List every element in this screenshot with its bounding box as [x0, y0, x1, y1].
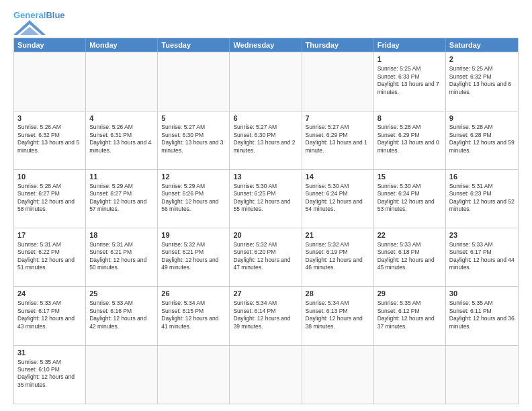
cal-day-23: 23Sunrise: 5:33 AM Sunset: 6:17 PM Dayli… [446, 228, 518, 286]
day-info: Sunrise: 5:28 AM Sunset: 6:27 PM Dayligh… [17, 183, 75, 212]
cal-day-empty [158, 346, 230, 404]
cal-day-4: 4Sunrise: 5:26 AM Sunset: 6:31 PM Daylig… [86, 111, 158, 169]
cal-day-2: 2Sunrise: 5:25 AM Sunset: 6:32 PM Daylig… [446, 52, 518, 110]
day-info: Sunrise: 5:35 AM Sunset: 6:10 PM Dayligh… [17, 359, 75, 388]
day-number: 25 [89, 289, 154, 299]
cal-day-11: 11Sunrise: 5:29 AM Sunset: 6:27 PM Dayli… [86, 170, 158, 228]
day-number: 6 [233, 113, 298, 124]
day-number: 18 [89, 230, 154, 240]
day-number: 23 [449, 230, 515, 240]
day-number: 9 [449, 113, 515, 124]
logo-text: GeneralBlue [13, 11, 65, 20]
header-cell-monday: Monday [86, 38, 158, 52]
day-number: 10 [17, 172, 82, 182]
header-cell-wednesday: Wednesday [230, 38, 302, 52]
day-number: 20 [233, 230, 298, 240]
day-number: 3 [17, 113, 82, 124]
day-info: Sunrise: 5:30 AM Sunset: 6:24 PM Dayligh… [306, 183, 363, 212]
cal-day-3: 3Sunrise: 5:26 AM Sunset: 6:32 PM Daylig… [14, 111, 86, 169]
calendar-header-row: SundayMondayTuesdayWednesdayThursdayFrid… [14, 38, 518, 52]
day-number: 7 [306, 113, 370, 124]
day-number: 11 [89, 172, 154, 182]
cal-day-19: 19Sunrise: 5:32 AM Sunset: 6:21 PM Dayli… [158, 228, 230, 286]
cal-day-12: 12Sunrise: 5:29 AM Sunset: 6:26 PM Dayli… [158, 170, 230, 228]
cal-day-empty [230, 346, 302, 404]
cal-day-15: 15Sunrise: 5:30 AM Sunset: 6:24 PM Dayli… [374, 170, 446, 228]
day-number: 16 [449, 172, 515, 182]
cal-day-empty [230, 52, 302, 110]
day-info: Sunrise: 5:32 AM Sunset: 6:19 PM Dayligh… [306, 241, 363, 271]
day-info: Sunrise: 5:29 AM Sunset: 6:26 PM Dayligh… [161, 183, 218, 212]
cal-day-empty [158, 52, 230, 110]
day-info: Sunrise: 5:35 AM Sunset: 6:12 PM Dayligh… [378, 300, 435, 329]
calendar-row-5: 24Sunrise: 5:33 AM Sunset: 6:17 PM Dayli… [14, 286, 518, 345]
cal-day-7: 7Sunrise: 5:27 AM Sunset: 6:29 PM Daylig… [302, 111, 374, 169]
day-info: Sunrise: 5:30 AM Sunset: 6:24 PM Dayligh… [378, 183, 435, 212]
cal-day-26: 26Sunrise: 5:34 AM Sunset: 6:15 PM Dayli… [158, 287, 230, 345]
page: GeneralBlue SundayMondayTuesdayWednesday… [0, 0, 532, 411]
cal-day-18: 18Sunrise: 5:31 AM Sunset: 6:21 PM Dayli… [86, 228, 158, 286]
cal-day-29: 29Sunrise: 5:35 AM Sunset: 6:12 PM Dayli… [374, 287, 446, 345]
cal-day-27: 27Sunrise: 5:34 AM Sunset: 6:14 PM Dayli… [230, 287, 302, 345]
day-info: Sunrise: 5:31 AM Sunset: 6:23 PM Dayligh… [449, 183, 515, 212]
day-info: Sunrise: 5:33 AM Sunset: 6:17 PM Dayligh… [449, 241, 515, 271]
cal-day-24: 24Sunrise: 5:33 AM Sunset: 6:17 PM Dayli… [14, 287, 86, 345]
day-number: 27 [233, 289, 298, 299]
day-number: 14 [306, 172, 370, 182]
day-info: Sunrise: 5:28 AM Sunset: 6:28 PM Dayligh… [449, 124, 515, 153]
cal-day-empty [302, 346, 374, 404]
day-info: Sunrise: 5:32 AM Sunset: 6:21 PM Dayligh… [161, 241, 218, 271]
cal-day-9: 9Sunrise: 5:28 AM Sunset: 6:28 PM Daylig… [446, 111, 518, 169]
day-info: Sunrise: 5:35 AM Sunset: 6:11 PM Dayligh… [449, 300, 515, 329]
cal-day-empty [14, 52, 86, 110]
day-info: Sunrise: 5:30 AM Sunset: 6:25 PM Dayligh… [233, 183, 290, 212]
day-number: 21 [306, 230, 370, 240]
cal-day-empty [374, 346, 446, 404]
day-number: 22 [378, 230, 442, 240]
day-info: Sunrise: 5:29 AM Sunset: 6:27 PM Dayligh… [89, 183, 146, 212]
cal-day-1: 1Sunrise: 5:25 AM Sunset: 6:33 PM Daylig… [374, 52, 446, 110]
day-info: Sunrise: 5:31 AM Sunset: 6:21 PM Dayligh… [89, 241, 146, 271]
cal-day-22: 22Sunrise: 5:33 AM Sunset: 6:18 PM Dayli… [374, 228, 446, 286]
cal-day-5: 5Sunrise: 5:27 AM Sunset: 6:30 PM Daylig… [158, 111, 230, 169]
calendar-body: 1Sunrise: 5:25 AM Sunset: 6:33 PM Daylig… [14, 52, 518, 404]
day-info: Sunrise: 5:27 AM Sunset: 6:30 PM Dayligh… [233, 124, 295, 153]
cal-day-8: 8Sunrise: 5:28 AM Sunset: 6:29 PM Daylig… [374, 111, 446, 169]
day-number: 5 [161, 113, 226, 124]
day-info: Sunrise: 5:34 AM Sunset: 6:13 PM Dayligh… [306, 300, 363, 329]
day-info: Sunrise: 5:27 AM Sunset: 6:29 PM Dayligh… [306, 124, 367, 153]
day-number: 17 [17, 230, 82, 240]
cal-day-empty [446, 346, 518, 404]
day-info: Sunrise: 5:34 AM Sunset: 6:15 PM Dayligh… [161, 300, 218, 329]
day-info: Sunrise: 5:32 AM Sunset: 6:20 PM Dayligh… [233, 241, 290, 271]
header-cell-sunday: Sunday [14, 38, 86, 52]
logo-blue: Blue [46, 10, 64, 20]
logo-general: General [13, 10, 46, 20]
cal-day-30: 30Sunrise: 5:35 AM Sunset: 6:11 PM Dayli… [446, 287, 518, 345]
logo-icon [13, 20, 46, 35]
cal-day-21: 21Sunrise: 5:32 AM Sunset: 6:19 PM Dayli… [302, 228, 374, 286]
day-number: 30 [449, 289, 515, 299]
header-cell-friday: Friday [374, 38, 446, 52]
cal-day-13: 13Sunrise: 5:30 AM Sunset: 6:25 PM Dayli… [230, 170, 302, 228]
cal-day-16: 16Sunrise: 5:31 AM Sunset: 6:23 PM Dayli… [446, 170, 518, 228]
calendar-row-3: 10Sunrise: 5:28 AM Sunset: 6:27 PM Dayli… [14, 169, 518, 228]
day-number: 24 [17, 289, 82, 299]
day-number: 8 [378, 113, 442, 124]
day-info: Sunrise: 5:26 AM Sunset: 6:32 PM Dayligh… [17, 124, 79, 153]
day-number: 15 [378, 172, 442, 182]
day-number: 1 [378, 54, 442, 64]
day-number: 28 [306, 289, 370, 299]
day-info: Sunrise: 5:33 AM Sunset: 6:17 PM Dayligh… [17, 300, 75, 329]
cal-day-20: 20Sunrise: 5:32 AM Sunset: 6:20 PM Dayli… [230, 228, 302, 286]
cal-day-14: 14Sunrise: 5:30 AM Sunset: 6:24 PM Dayli… [302, 170, 374, 228]
day-info: Sunrise: 5:28 AM Sunset: 6:29 PM Dayligh… [378, 124, 439, 153]
day-number: 29 [378, 289, 442, 299]
header-cell-thursday: Thursday [302, 38, 374, 52]
calendar-row-4: 17Sunrise: 5:31 AM Sunset: 6:22 PM Dayli… [14, 228, 518, 286]
day-info: Sunrise: 5:33 AM Sunset: 6:16 PM Dayligh… [89, 300, 146, 329]
logo: GeneralBlue [13, 11, 65, 35]
day-info: Sunrise: 5:25 AM Sunset: 6:32 PM Dayligh… [449, 65, 511, 95]
day-number: 2 [449, 54, 515, 64]
day-number: 26 [161, 289, 226, 299]
